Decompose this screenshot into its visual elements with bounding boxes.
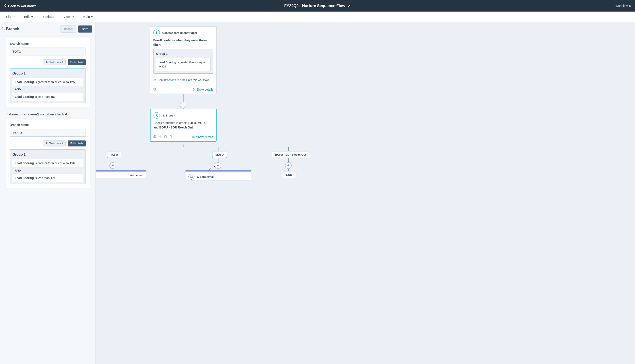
- connector-line: [218, 147, 219, 152]
- email-node-left[interactable]: end email: [96, 170, 146, 178]
- svg-point-0: [156, 32, 157, 33]
- branch-description: Check branches in order: TOFU, MOFU, and…: [150, 121, 216, 133]
- branch-name-input-mofu[interactable]: [10, 129, 86, 136]
- chevron-down-icon: [31, 16, 33, 17]
- svg-point-6: [157, 116, 158, 117]
- clipboard-icon[interactable]: [164, 135, 167, 139]
- show-details-link[interactable]: Show details: [191, 135, 213, 139]
- group-title: Group 1: [12, 72, 83, 75]
- criteria-row[interactable]: Lead Scoring is less than 150: [12, 93, 83, 101]
- branch-label-tofu[interactable]: TOFU: [107, 152, 121, 158]
- branch-name-input-tofu[interactable]: [10, 48, 86, 56]
- svg-point-11: [193, 136, 193, 138]
- add-step-button[interactable]: +: [215, 162, 221, 169]
- page-title: FY24Q2 - Nurture Sequence Flow: [284, 4, 345, 8]
- email-icon: [188, 174, 194, 180]
- node-title: 1. Branch: [162, 114, 175, 117]
- page-title-wrap: FY24Q2 - Nurture Sequence Flow: [284, 4, 351, 8]
- flask-icon: [46, 61, 48, 64]
- branch-label-bofu[interactable]: BOFU - BDR Reach Out: [272, 152, 309, 158]
- node-title: Contact enrollment trigger: [162, 31, 197, 34]
- and-row: AND: [12, 86, 83, 93]
- connector-line: [113, 147, 289, 147]
- reenroll-text: Contacts won't re-enroll into this workf…: [153, 78, 213, 82]
- svg-point-3: [193, 89, 194, 90]
- svg-point-4: [156, 114, 157, 115]
- trash-icon[interactable]: [169, 135, 172, 139]
- add-step-button[interactable]: +: [180, 102, 186, 108]
- branch-node[interactable]: 1. Branch Check branches in order: TOFU,…: [150, 109, 217, 142]
- contact-icon: [153, 30, 160, 36]
- branch-card-mofu: Branch name Test contact Edit criteria G…: [6, 119, 90, 188]
- menu-settings[interactable]: Settings: [43, 15, 54, 18]
- chevron-down-icon: [91, 16, 93, 17]
- trigger-node[interactable]: Contact enrollment trigger Enroll contac…: [150, 26, 217, 94]
- show-details-link[interactable]: Show details: [192, 88, 213, 91]
- edit-criteria-button[interactable]: Edit criteria: [68, 59, 86, 65]
- filter-group: Group 1 Lead Scoring is greater than or …: [153, 49, 213, 74]
- section-label-else: If above criteria aren't met, then check…: [6, 112, 90, 116]
- branch-card-tofu: Branch name Test contact Edit criteria G…: [6, 38, 90, 107]
- reenroll-link[interactable]: won't re-enroll: [169, 78, 187, 82]
- end-node[interactable]: END: [282, 171, 297, 178]
- trigger-subtitle: Enroll contacts when they meet these fil…: [153, 38, 213, 47]
- criteria-group-tofu: Group 1 Lead Scoring is greater than or …: [10, 68, 86, 103]
- eye-icon: [192, 88, 195, 90]
- flask-icon: [46, 142, 48, 144]
- panel-header: 1. Branch Cancel Save: [0, 22, 95, 36]
- connector-line: [288, 147, 289, 152]
- filter-row: Lead Scoring is greater than or equal to…: [156, 58, 210, 71]
- menu-edit[interactable]: Edit: [24, 15, 33, 18]
- top-bar: Back to workflows FY24Q2 - Nurture Seque…: [0, 0, 635, 12]
- branch-name-label: Branch name: [10, 42, 86, 46]
- chevron-down-icon: [13, 16, 15, 17]
- connector-line: [113, 147, 113, 152]
- chevron-down-icon: [72, 16, 74, 17]
- branch-name-label: Branch name: [10, 123, 86, 126]
- branch-label-mofu[interactable]: MOFU: [212, 152, 227, 158]
- add-step-button[interactable]: +: [110, 162, 116, 169]
- clipboard-icon[interactable]: [153, 88, 156, 92]
- refresh-icon: [153, 79, 156, 81]
- menu-view[interactable]: View: [64, 15, 74, 18]
- menu-bar: File Edit Settings View Help: [0, 12, 635, 22]
- workflow-canvas[interactable]: Contact enrollment trigger Enroll contac…: [96, 22, 635, 364]
- pencil-icon[interactable]: [348, 4, 351, 7]
- move-icon[interactable]: [159, 135, 162, 139]
- panel-body[interactable]: First, check if: Branch name Test contac…: [0, 36, 95, 193]
- criteria-row[interactable]: Lead Scoring is greater than or equal to…: [12, 78, 83, 86]
- panel-title: 1. Branch: [2, 27, 19, 31]
- menu-help[interactable]: Help: [83, 15, 93, 18]
- test-contact-button[interactable]: Test contact: [43, 59, 66, 65]
- add-step-button[interactable]: +: [285, 162, 292, 169]
- save-button[interactable]: Save: [78, 26, 92, 32]
- criteria-row[interactable]: Lead Scoring is less than 175: [12, 174, 83, 182]
- group-title: Group 1: [12, 153, 83, 156]
- back-text: Back to workflows: [8, 4, 37, 8]
- cancel-button[interactable]: Cancel: [60, 26, 76, 32]
- workflow-status: Workflow is: [615, 4, 631, 8]
- criteria-row[interactable]: Lead Scoring is greater than or equal to…: [12, 159, 83, 167]
- connector-line: [183, 144, 183, 147]
- chevron-left-icon: [4, 4, 7, 8]
- eye-icon: [191, 136, 195, 138]
- svg-rect-12: [190, 176, 193, 178]
- side-panel: 1. Branch Cancel Save First, check if: B…: [0, 22, 96, 364]
- back-link[interactable]: Back to workflows: [4, 4, 37, 8]
- criteria-group-mofu: Group 1 Lead Scoring is greater than or …: [10, 150, 86, 184]
- branch-icon: [153, 112, 160, 118]
- and-row: AND: [12, 167, 83, 174]
- menu-file[interactable]: File: [6, 15, 15, 18]
- svg-point-5: [155, 116, 156, 117]
- edit-criteria-button[interactable]: Edit criteria: [68, 140, 86, 146]
- group-label: Group 1: [156, 52, 210, 56]
- email-node-right[interactable]: 3. Send email: [185, 170, 251, 181]
- test-contact-button[interactable]: Test contact: [43, 140, 66, 146]
- copy-icon[interactable]: [153, 135, 156, 139]
